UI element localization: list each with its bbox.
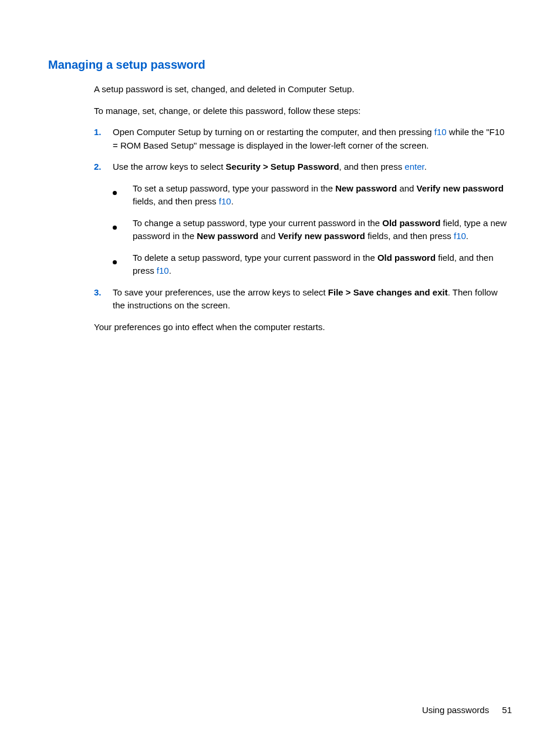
intro-paragraph-1: A setup password is set, changed, and de… <box>94 83 512 96</box>
page-footer: Using passwords 51 <box>422 704 512 717</box>
step-number: 3. <box>94 286 113 300</box>
bullet-body: To set a setup password, type your passw… <box>133 182 512 209</box>
text: fields, and then press <box>133 196 219 206</box>
field-name: Old password <box>382 218 440 228</box>
menu-path: File > Save changes and exit <box>328 287 448 297</box>
text: . <box>424 162 427 172</box>
menu-path: Security > Setup Password <box>226 162 339 172</box>
step-number: 1. <box>94 126 113 139</box>
text: and <box>397 183 416 193</box>
step-body: Open Computer Setup by turning on or res… <box>113 126 512 152</box>
section-heading: Managing a setup password <box>48 56 512 73</box>
text: . <box>169 266 171 275</box>
intro-paragraph-2: To manage, set, change, or delete this p… <box>94 105 512 118</box>
text: fields, and then press <box>365 231 454 241</box>
key-link-f10[interactable]: f10 <box>454 231 466 241</box>
key-link-f10[interactable]: f10 <box>434 127 447 137</box>
bullet-item-delete: To delete a setup password, type your cu… <box>113 251 512 278</box>
step-number: 2. <box>94 160 113 174</box>
text: To delete a setup password, type your cu… <box>133 253 377 263</box>
bullet-icon <box>113 182 133 199</box>
field-name: New password <box>197 231 258 241</box>
text: Open Computer Setup by turning on or res… <box>113 127 434 137</box>
bullet-item-set: To set a setup password, type your passw… <box>113 182 512 209</box>
text: To set a setup password, type your passw… <box>133 183 335 193</box>
bullet-icon <box>113 251 133 268</box>
key-link-enter[interactable]: enter <box>404 162 424 172</box>
closing-paragraph: Your preferences go into effect when the… <box>94 321 512 334</box>
text: , and then press <box>339 162 405 172</box>
text: . <box>231 196 234 206</box>
key-link-f10[interactable]: f10 <box>157 266 169 275</box>
bullet-body: To change a setup password, type your cu… <box>133 217 512 243</box>
text: To save your preferences, use the arrow … <box>113 287 328 297</box>
step-body: To save your preferences, use the arrow … <box>113 286 512 312</box>
field-name: Verify new password <box>417 183 504 193</box>
text: Use the arrow keys to select <box>113 162 226 172</box>
text: . <box>466 231 468 241</box>
step-2: 2. Use the arrow keys to select Security… <box>94 160 512 174</box>
bullet-item-change: To change a setup password, type your cu… <box>113 217 512 243</box>
footer-section-name: Using passwords <box>422 705 489 715</box>
key-link-f10[interactable]: f10 <box>219 196 231 206</box>
field-name: Old password <box>377 253 436 263</box>
sub-bullet-list: To set a setup password, type your passw… <box>113 182 512 278</box>
field-name: Verify new password <box>278 231 365 241</box>
text: To change a setup password, type your cu… <box>133 218 382 228</box>
step-1: 1. Open Computer Setup by turning on or … <box>94 126 512 152</box>
step-3: 3. To save your preferences, use the arr… <box>94 286 512 312</box>
text: and <box>258 231 278 241</box>
bullet-body: To delete a setup password, type your cu… <box>133 251 512 278</box>
step-body: Use the arrow keys to select Security > … <box>113 160 512 174</box>
field-name: New password <box>335 183 397 193</box>
bullet-icon <box>113 217 133 234</box>
page-number: 51 <box>502 705 512 715</box>
